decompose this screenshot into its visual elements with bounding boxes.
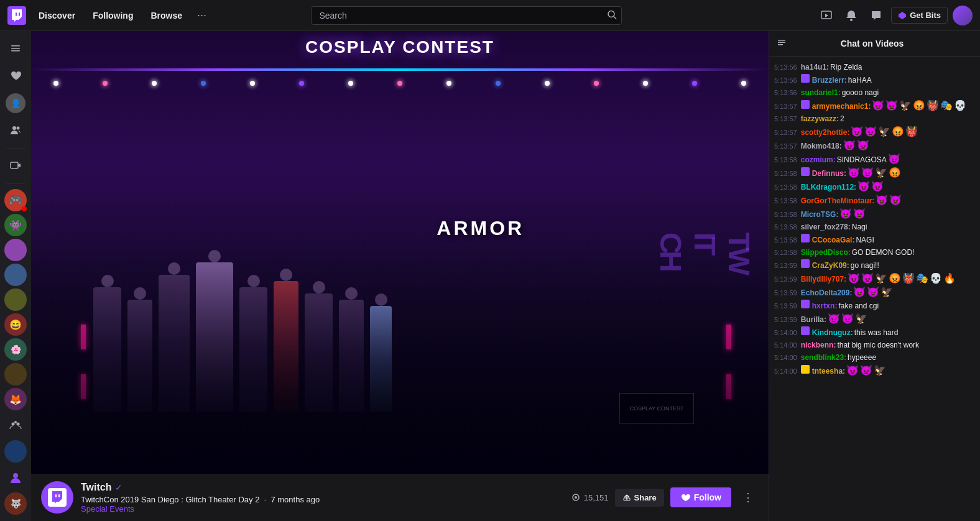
sidebar-avatar-1[interactable]: 🎮 [4,189,27,211]
nav-more[interactable]: ··· [192,5,211,25]
chat-username[interactable]: sundariel1: [801,87,841,98]
chat-text: that big mic doesn't work [837,339,919,351]
channel-category[interactable]: Special Events [81,504,563,514]
stage-lights [31,81,769,99]
chat-username[interactable]: MicroTSG: [801,209,839,220]
chat-username[interactable]: SlippedDisco: [801,247,851,258]
chat-message-14: 5:13:58SlippedDisco: GO DEMON GOD! [774,247,975,258]
sidebar-avatar-7[interactable]: 🌸 [4,338,27,361]
sidebar-avatar-10[interactable] [4,440,27,463]
search-input[interactable] [311,6,622,25]
chat-username[interactable]: ha14u1: [801,62,829,73]
channel-name[interactable]: Twitch [81,482,111,493]
channel-name-row: Twitch ✓ [81,482,563,493]
chat-message-23: 5:14:00tnteesha:😈👿🦅 [774,364,975,377]
chat-emote: 😈 [843,139,856,152]
sidebar-friends-icon[interactable] [3,118,28,143]
chat-message-1: 5:13:56Bruzzlerr: haHAA [774,74,975,86]
chat-time: 5:13:59 [774,315,797,325]
nav-discover[interactable]: Discover [31,7,83,24]
chat-username[interactable]: tnteesha: [812,366,845,377]
svg-point-15 [17,423,20,426]
chat-username[interactable]: sendblink23: [801,352,846,363]
chat-text: haHAA [848,75,872,86]
chat-time: 5:13:59 [774,301,797,311]
sidebar-video-icon[interactable] [3,154,28,178]
chat-username[interactable]: Mokmo418: [801,141,842,152]
chat-username[interactable]: Billydilly707: [801,274,846,285]
video-player[interactable]: COSPLAY CONTEST [31,31,769,474]
chat-username[interactable]: scotty2hottie: [801,127,850,138]
chat-username[interactable]: fazzywazz: [801,113,839,124]
sidebar-avatar-5[interactable] [4,288,27,311]
chat-emote: 😈 [851,126,863,138]
chat-collapse-icon[interactable] [777,37,787,50]
twitch-logo[interactable] [7,6,26,25]
svg-rect-20 [58,494,60,497]
video-chat-row: COSPLAY CONTEST [31,31,980,521]
search-icon[interactable] [607,9,617,21]
chat-username[interactable]: CraZyK09: [812,260,849,271]
chat-username[interactable]: Burilla: [801,314,826,325]
sidebar-heart-icon[interactable] [3,63,28,88]
chat-username[interactable]: armymechanic1: [812,101,871,112]
sidebar-avatar-8[interactable] [4,363,27,385]
chat-username[interactable]: hxrtxn: [812,300,838,311]
left-sidebar: 👤 🎮 👾 [0,31,31,521]
chat-text: Nagi [852,221,867,233]
nav-following[interactable]: Following [85,7,141,24]
nav-right-actions: Get Bits [816,6,973,25]
video-actions: 15,151 Share [571,487,759,507]
sidebar-user-icon[interactable] [3,465,28,490]
sidebar-avatar-3[interactable] [4,239,27,261]
light-2 [103,81,108,86]
chat-emote: 😈 [858,180,870,193]
more-options-button[interactable]: ⋮ [737,488,759,507]
chat-emote: 👹 [902,272,915,285]
chat-username[interactable]: Kindnuguz: [812,327,853,338]
share-button[interactable]: Share [615,489,664,507]
sidebar-collapse-icon[interactable] [3,36,28,61]
follow-button[interactable]: Follow [670,487,731,507]
sidebar-avatar-4[interactable] [4,264,27,286]
notifications-button[interactable] [841,6,861,25]
sidebar-avatar-6[interactable]: 😄 [4,313,27,336]
nav-browse[interactable]: Browse [143,7,190,24]
chat-message-2: 5:13:56sundariel1: goooo nagi [774,87,975,98]
sidebar-avatar-9[interactable]: 🦊 [4,388,27,410]
chat-username[interactable]: CCocoaGal: [812,234,855,246]
chat-username[interactable]: Definnus: [812,168,846,179]
sidebar-avatar-11[interactable]: 🐺 [4,492,27,515]
chat-username[interactable]: BLKdragon112: [801,182,856,193]
chat-icon-button[interactable] [866,6,886,25]
content-area: COSPLAY CONTEST [31,31,980,521]
chat-username[interactable]: Bruzzlerr: [812,75,847,86]
chat-username[interactable]: silver_fox278: [801,221,851,233]
chat-username[interactable]: EchoDelta209: [801,287,853,298]
views-count: 15,151 [571,492,609,502]
svg-point-17 [13,473,18,478]
svg-point-11 [12,126,16,130]
chat-header: Chat on Videos [769,31,980,57]
sidebar-profile-icon[interactable]: 👤 [3,91,28,116]
light-4 [201,81,206,86]
svg-point-12 [17,127,20,130]
chat-username[interactable]: cozmium: [801,154,836,165]
user-avatar[interactable] [953,6,973,25]
sidebar-avatar-2[interactable]: 👾 [4,214,27,236]
chat-time: 5:13:58 [774,247,797,258]
sidebar-group-icon[interactable] [3,413,28,438]
main-layout: 👤 🎮 👾 [0,31,980,521]
chat-time: 5:13:58 [774,155,797,165]
light-1 [53,81,58,86]
chat-username[interactable]: GorGorTheMinotaur: [801,195,875,206]
chat-time: 5:13:58 [774,222,797,233]
chat-emote: 😡 [913,99,925,112]
get-bits-button[interactable]: Get Bits [891,7,948,24]
channel-avatar[interactable] [41,481,73,514]
light-14 [692,81,697,86]
clips-button[interactable] [816,6,836,25]
chat-time: 5:13:59 [774,288,797,298]
svg-point-22 [575,496,577,499]
chat-username[interactable]: nickbenn: [801,339,836,351]
